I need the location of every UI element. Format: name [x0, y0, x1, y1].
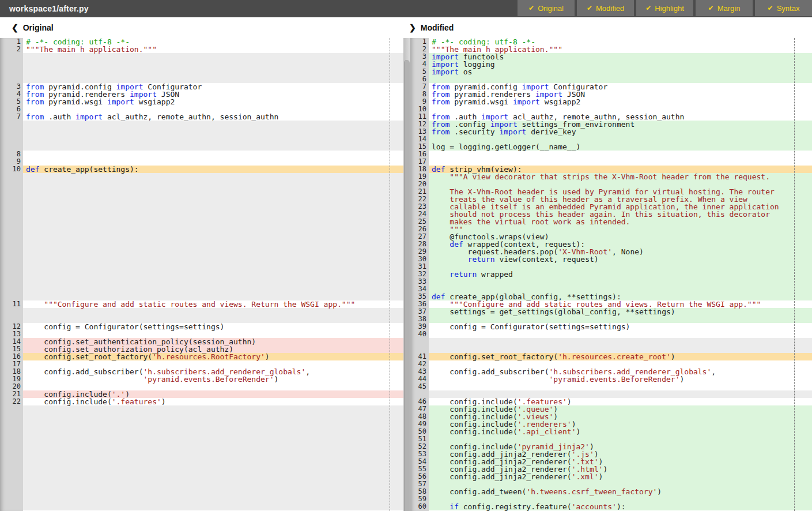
- code-row: config.add_tween('h.tweens.csrf_tween_fa…: [429, 488, 812, 495]
- filler-row: [23, 465, 403, 473]
- line-number: [0, 173, 23, 181]
- code-text: import: [432, 67, 459, 76]
- code-text: config.include(: [432, 427, 518, 436]
- toggle-button-label: Modified: [596, 4, 624, 13]
- code-row: import logging: [429, 61, 812, 68]
- code-text: ): [671, 352, 675, 361]
- filler-row: [23, 241, 403, 248]
- code-text: .security: [450, 127, 499, 136]
- code-text: '.features': [112, 397, 161, 406]
- code-text: from: [432, 97, 450, 106]
- line-number: [0, 196, 23, 203]
- toggle-button-highlight[interactable]: ✔Highlight: [636, 0, 693, 16]
- code-row: from pyramid.wsgi import wsgiapp2: [429, 98, 812, 106]
- filler-row: [429, 338, 812, 345]
- code-text: '.api_client': [518, 427, 576, 436]
- toggle-button-original[interactable]: ✔Original: [518, 0, 575, 16]
- toggle-button-margin[interactable]: ✔Margin: [696, 0, 753, 16]
- filler-row: [23, 435, 403, 443]
- line-number: [0, 413, 23, 420]
- filler-row: [23, 420, 403, 428]
- filler-row: [23, 196, 403, 203]
- code-text: view(context, request): [495, 255, 599, 264]
- line-number: [0, 248, 23, 256]
- check-icon: ✔: [645, 4, 651, 12]
- filler-row: [23, 256, 403, 263]
- code-text: def: [26, 165, 39, 174]
- toolbar: ✔Original✔Modified✔Highlight✔Margin✔Synt…: [518, 0, 812, 17]
- line-number: [0, 218, 23, 226]
- column-margin-line: [794, 38, 795, 511]
- code-row: settings = get_settings(global_config, *…: [429, 308, 812, 315]
- code-row: """The main h application.""": [23, 46, 403, 53]
- filler-row: [23, 405, 403, 413]
- filler-row: [23, 458, 403, 465]
- code-text: wrapped: [477, 270, 513, 279]
- code-pane-original[interactable]: # -*- coding: utf-8 -*-"""The main h app…: [23, 38, 403, 511]
- code-row: 'pyramid.events.BeforeRender'): [429, 375, 812, 383]
- panel-header-original-label: Original: [23, 23, 54, 32]
- filler-row: [23, 136, 403, 143]
- code-text: [432, 502, 450, 511]
- code-text: ):: [617, 502, 626, 511]
- toggle-button-label: Margin: [717, 4, 741, 13]
- code-row: [429, 383, 812, 390]
- column-margin-line: [390, 38, 390, 511]
- line-number: [0, 68, 23, 76]
- code-text: config.add_jinja2_renderer(: [432, 472, 572, 481]
- code-row: import os: [429, 68, 812, 76]
- titlebar: workspace1/after.py ✔Original✔Modified✔H…: [0, 0, 812, 17]
- chevron-left-icon: ❮: [12, 23, 18, 32]
- code-row: """A view decorator that strips the X-Vh…: [429, 173, 812, 181]
- filler-row: [23, 218, 403, 226]
- code-text: os: [459, 67, 472, 76]
- code-pane-modified[interactable]: # -*- coding: utf-8 -*-"""The main h app…: [429, 38, 812, 511]
- filler-row: [23, 308, 403, 315]
- line-number: 2: [0, 46, 23, 53]
- line-number: [0, 465, 23, 473]
- code-text: 'h.tweens.csrf_tween_factory': [526, 487, 657, 496]
- line-number: [0, 503, 23, 510]
- line-number: 60: [410, 503, 429, 510]
- scrollbar-thumb[interactable]: [404, 60, 410, 511]
- code-text: config.include(: [26, 397, 112, 406]
- line-number: [0, 308, 23, 315]
- code-text: from: [432, 127, 450, 136]
- code-text: , None): [612, 247, 644, 256]
- code-text: 'pyramid.events.BeforeRender': [143, 375, 274, 384]
- code-row: def create_app(settings):: [23, 166, 403, 173]
- line-number: [0, 495, 23, 503]
- line-number: [0, 405, 23, 413]
- code-row: config = Configurator(settings=settings): [429, 323, 812, 330]
- code-text: config.add_tween(: [432, 487, 526, 496]
- line-number: 40: [410, 330, 429, 338]
- toggle-button-label: Original: [538, 4, 564, 13]
- code-row: [429, 330, 812, 338]
- filler-row: [23, 450, 403, 458]
- code-text: import: [499, 127, 526, 136]
- line-number: 11: [0, 300, 23, 308]
- code-text: '.xml': [572, 472, 599, 481]
- filler-row: [23, 480, 403, 488]
- line-number: [0, 241, 23, 248]
- code-text: ): [657, 487, 662, 496]
- code-text: 'h.resources.create_root': [558, 352, 671, 361]
- filler-row: [23, 211, 403, 218]
- filler-row: [23, 61, 403, 68]
- toggle-button-modified[interactable]: ✔Modified: [577, 0, 634, 16]
- line-number: [0, 420, 23, 428]
- filler-row: [23, 121, 403, 128]
- line-number: 7: [0, 113, 23, 121]
- toggle-button-label: Syntax: [777, 4, 800, 13]
- filler-row: [23, 181, 403, 188]
- line-number: [0, 53, 23, 61]
- code-text: config.set_root_factory(: [26, 352, 152, 361]
- toggle-button-syntax[interactable]: ✔Syntax: [755, 0, 812, 16]
- check-icon: ✔: [587, 4, 592, 12]
- line-number: [0, 256, 23, 263]
- code-text: create_app(settings):: [39, 165, 138, 174]
- scrollbar[interactable]: [403, 38, 410, 511]
- code-row: log = logging.getLogger(__name__): [429, 143, 812, 151]
- line-number: [0, 136, 23, 143]
- code-text: import: [75, 112, 103, 121]
